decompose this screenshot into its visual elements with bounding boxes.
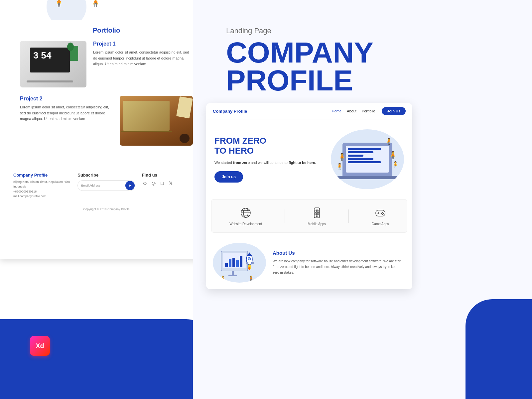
left-panel: 🧍 🧍 Portfolio 3 54 Project 1 Lorem ipsum… (0, 0, 213, 259)
xd-app-icon[interactable]: Xd (30, 336, 50, 356)
portfolio-section: Portfolio 3 54 Project 1 Lorem ipsum dol… (0, 20, 213, 161)
svg-rect-27 (228, 275, 237, 276)
svg-rect-23 (232, 258, 235, 267)
mobile-svg (311, 207, 323, 219)
svg-rect-26 (232, 271, 234, 275)
project1-info: Project 1 Lorem ipsum dolor sit amet, co… (93, 41, 193, 67)
mobile-apps-icon (310, 206, 324, 219)
svg-text:🧍: 🧍 (219, 275, 226, 281)
project1-item: 3 54 Project 1 Lorem ipsum dolor sit ame… (20, 41, 193, 87)
svg-point-11 (316, 216, 317, 217)
service-game-apps: Game Apps (372, 206, 389, 226)
mockup-card: Company Profile Home About Portfolio Joi… (206, 103, 412, 289)
svg-rect-7 (315, 210, 317, 212)
mockup-about-section: 🧍 🧍 About Us We are new company for soft… (206, 238, 412, 289)
project1-desc: Lorem ipsum dolor sit amet, consectetur … (93, 50, 193, 67)
svg-text:🧍: 🧍 (248, 275, 254, 281)
hero-subtext: We started from zero and we will continu… (214, 160, 324, 166)
project1-name: Project 1 (93, 41, 193, 47)
svg-rect-24 (236, 260, 239, 267)
twitter-icon[interactable]: 𝕏 (168, 180, 174, 186)
blue-deco-right (466, 299, 532, 399)
svg-rect-8 (317, 210, 319, 212)
project2-thumbnail (120, 96, 193, 146)
gamepad-svg (374, 207, 386, 219)
top-illustration: 🧍 🧍 (0, 0, 213, 20)
service-divider-1 (285, 209, 285, 223)
nav-home-link[interactable]: Home (332, 109, 341, 113)
figure-left-icon: 🧍 (53, 0, 65, 8)
footer-brand-col: Company Profile Kijang Kota, Bintan Timu… (13, 173, 71, 199)
game-apps-label: Game Apps (372, 222, 389, 226)
project2-name: Project 2 (20, 96, 113, 102)
hero-title-section: Landing Page COMPANYPROFILE (213, 20, 412, 101)
about-illustration: 🧍 🧍 (213, 243, 266, 283)
email-input-wrap[interactable]: ➤ (77, 180, 135, 191)
svg-point-34 (248, 267, 250, 270)
about-illustration-svg: 🧍 🧍 (218, 244, 261, 281)
social-icons-row: ⊙ ◎ □ 𝕏 (142, 180, 200, 186)
nav-about-link[interactable]: About (347, 109, 356, 113)
svg-rect-22 (229, 259, 231, 267)
globe-svg (240, 207, 252, 219)
about-us-description: We are new company for software house an… (273, 258, 406, 275)
email-input[interactable] (78, 182, 125, 189)
laptop-illustration (342, 143, 392, 176)
footer-subscribe-col: Subscribe ➤ (77, 173, 135, 199)
svg-point-16 (383, 213, 384, 214)
nav-portfolio-link[interactable]: Portfolio (362, 109, 375, 113)
footer-subscribe-title: Subscribe (77, 173, 135, 178)
service-website-dev: Website Development (229, 206, 262, 226)
svg-rect-9 (315, 213, 317, 215)
person-figure-4: 🧍 (392, 161, 399, 168)
about-text: About Us We are new company for software… (273, 250, 406, 275)
mobile-apps-label: Mobile Apps (308, 222, 326, 226)
person-figure-1: 🧍 (337, 153, 346, 161)
blue-wave-decoration (0, 319, 213, 399)
dribbble-icon[interactable]: ◎ (151, 180, 157, 186)
about-us-title: About Us (273, 250, 406, 256)
hero-join-button[interactable]: Join us (214, 171, 243, 183)
svg-rect-30 (246, 262, 248, 264)
mockup-hero-text: FROM ZERO TO HERO We started from zero a… (214, 136, 324, 182)
project2-desc: Lorem ipsum dolor sit amet, consectetur … (20, 104, 113, 122)
github-icon[interactable]: ⊙ (142, 180, 148, 186)
svg-rect-31 (252, 262, 254, 264)
svg-point-32 (248, 257, 251, 260)
svg-rect-21 (225, 263, 228, 267)
figure-right-icon: 🧍 (90, 0, 101, 8)
landing-page-label: Landing Page (226, 27, 399, 35)
service-divider-2 (348, 209, 349, 223)
left-footer: Company Profile Kijang Kota, Bintan Timu… (0, 164, 213, 204)
mockup-services-row: Website Development Mobile Apps (211, 199, 407, 233)
website-dev-label: Website Development (229, 222, 262, 226)
svg-point-17 (381, 213, 382, 214)
portfolio-title: Portfolio (20, 27, 193, 34)
company-profile-title: COMPANYPROFILE (226, 39, 399, 94)
person-figure-2: 🧍 (336, 163, 343, 170)
svg-point-15 (382, 212, 383, 213)
hero-headline: FROM ZERO TO HERO (214, 136, 324, 156)
person-figure-3: 🧍 (388, 151, 397, 160)
mockup-navbar: Company Profile Home About Portfolio Joi… (206, 103, 412, 119)
footer-copyright: Copyright © 2019 Company Profile (0, 204, 213, 214)
svg-rect-10 (317, 213, 319, 215)
project2-item: Project 2 Lorem ipsum dolor sit amet, co… (20, 96, 193, 146)
person-figure-5: 🧍 (385, 138, 392, 145)
svg-rect-25 (240, 256, 242, 267)
svg-point-18 (382, 214, 383, 215)
project2-info: Project 2 Lorem ipsum dolor sit amet, co… (20, 96, 113, 122)
footer-findus-title: Find us (142, 173, 200, 178)
nav-join-button[interactable]: Join Us (382, 107, 406, 115)
project1-thumbnail: 3 54 (20, 41, 86, 87)
nav-brand: Company Profile (213, 109, 325, 114)
service-mobile-apps: Mobile Apps (308, 206, 326, 226)
footer-brand: Company Profile (13, 173, 71, 178)
hero-illustration: 🧍 🧍 🧍 🧍 🧍 (331, 129, 404, 189)
instagram-icon[interactable]: □ (159, 180, 165, 186)
website-dev-icon (239, 206, 252, 219)
footer-findus-col: Find us ⊙ ◎ □ 𝕏 (142, 173, 200, 199)
email-submit-button[interactable]: ➤ (125, 181, 135, 190)
footer-address: Kijang Kota, Bintan Timur, Kepulauan Ria… (13, 180, 71, 199)
game-apps-icon (374, 206, 387, 219)
